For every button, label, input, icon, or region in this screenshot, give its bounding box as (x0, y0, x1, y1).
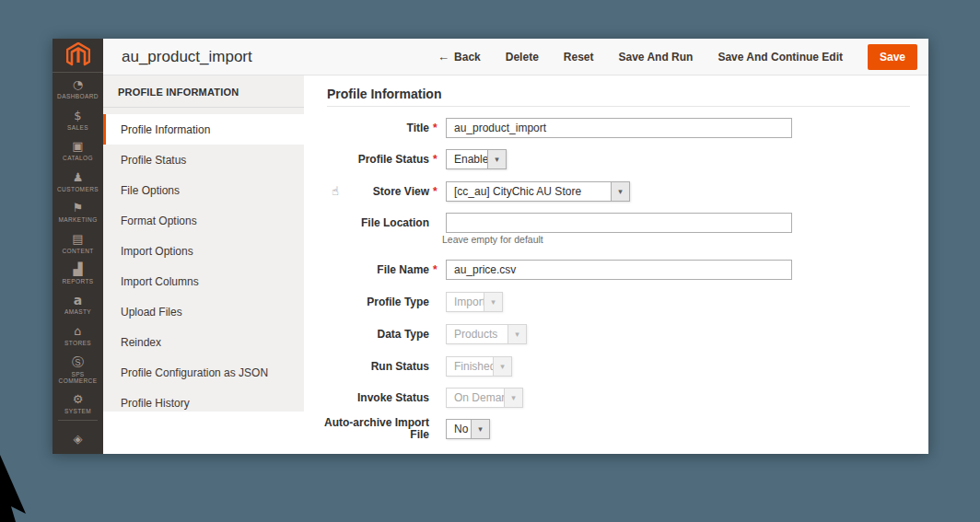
sidebar-item-dashboard[interactable]: ◔ Dashboard (52, 73, 103, 103)
screen-artifact (0, 453, 37, 522)
back-button[interactable]: ← Back (438, 50, 481, 64)
header-actions: ← Back Delete Reset Save And Run Save An… (438, 44, 928, 70)
subnav-header: PROFILE INFORMATION (103, 75, 304, 108)
sidebar-item-label: Sales (67, 124, 88, 131)
subnav-item-profile-history[interactable]: Profile History (103, 388, 304, 418)
dropdown-arrow-icon (508, 325, 526, 343)
sidebar-item-label: Reports (62, 278, 93, 284)
field-label: Invoke Status (304, 392, 429, 404)
sidebar-item-partners[interactable]: ◈ (52, 423, 103, 453)
save-and-run-button[interactable]: Save And Run (619, 51, 694, 64)
form-row: Invoke Status On Demand (304, 388, 928, 408)
sidebar-item-catalog[interactable]: ▣ Catalog (52, 134, 103, 165)
sidebar-item-label: Stores (64, 340, 91, 346)
form-row: Data Type Products (304, 324, 928, 344)
back-arrow-icon: ← (438, 50, 449, 64)
data-type-select: Products (446, 324, 527, 344)
profile-subnav: PROFILE INFORMATION Profile Information … (103, 75, 304, 412)
subnav-item-file-options[interactable]: File Options (103, 175, 304, 205)
content-icon: ▤ (72, 233, 83, 246)
sidebar-item-label: Customers (57, 186, 99, 192)
required-marker: * (433, 263, 440, 276)
store-view-select[interactable]: [cc_au] CityChic AU Store (446, 181, 630, 202)
subnav-item-import-options[interactable]: Import Options (103, 236, 304, 266)
subnav-item-upload-files[interactable]: Upload Files (103, 296, 304, 327)
stores-icon: ⌂ (74, 325, 81, 338)
section-divider (327, 106, 910, 107)
invoke-status-select: On Demand (446, 388, 523, 408)
sidebar-item-system[interactable]: ⚙ System (52, 388, 103, 418)
subnav-item-profile-configuration-as-json[interactable]: Profile Configuration as JSON (103, 357, 304, 388)
dropdown-arrow-icon (484, 293, 502, 311)
sidebar-item-content[interactable]: ▤ Content (52, 226, 103, 257)
field-label: Store View (304, 186, 429, 198)
delete-button[interactable]: Delete (506, 51, 539, 64)
sales-icon: $ (74, 110, 81, 122)
sidebar-item-marketing[interactable]: ⚑ Marketing (52, 196, 103, 226)
dropdown-arrow-icon (504, 389, 522, 407)
partners-cube-icon: ◈ (74, 433, 83, 446)
dropdown-arrow-icon[interactable] (487, 150, 506, 168)
field-label: Auto-archive Import File (304, 417, 429, 441)
field-label: Title (304, 122, 429, 134)
system-icon: ⚙ (73, 393, 84, 406)
sidebar-item-reports[interactable]: ▟ Reports (52, 258, 103, 288)
sidebar-item-stores[interactable]: ⌂ Stores (52, 319, 103, 350)
file-name-input[interactable] (446, 260, 792, 280)
form-row: File Name * (304, 260, 928, 280)
form-section-heading: Profile Information (327, 87, 441, 101)
dropdown-arrow-icon[interactable] (611, 182, 629, 201)
sps-commerce-icon: Ⓢ (72, 356, 84, 369)
reset-button[interactable]: Reset (564, 51, 594, 64)
form-row: Profile Status * Enabled (304, 149, 928, 169)
profile-type-select: Import (446, 292, 503, 312)
form-row: Run Status Finished (304, 356, 928, 377)
save-button[interactable]: Save (868, 44, 917, 70)
title-input[interactable] (446, 118, 792, 138)
sidebar-item-customers[interactable]: ♟ Customers (52, 165, 103, 195)
file-location-input[interactable] (446, 213, 792, 233)
subnav-item-import-columns[interactable]: Import Columns (103, 266, 304, 296)
profile-information-form: Profile Information Title * Profile Stat… (304, 75, 928, 454)
sidebar-divider (58, 420, 98, 421)
field-label: File Location (304, 217, 429, 229)
save-and-continue-edit-button[interactable]: Save And Continue Edit (718, 51, 843, 64)
magento-logo-icon[interactable] (52, 39, 103, 73)
page-title: au_product_import (103, 48, 252, 66)
catalog-icon: ▣ (72, 140, 83, 153)
sidebar-item-label: Marketing (58, 216, 97, 223)
subnav-item-profile-status[interactable]: Profile Status (103, 145, 304, 175)
form-row: File Location (304, 213, 928, 233)
admin-window: ◔ Dashboard $ Sales ▣ Catalog ♟ Customer… (52, 39, 928, 454)
file-location-note: Leave empty for default (442, 234, 543, 245)
sidebar-item-label: Catalog (63, 155, 93, 161)
amasty-icon: a (74, 294, 82, 307)
field-label: Data Type (304, 329, 429, 341)
sidebar-item-amasty[interactable]: a Amasty (52, 288, 103, 319)
profile-status-select[interactable]: Enabled (446, 149, 507, 169)
form-row: Profile Type Import (304, 292, 928, 312)
dropdown-arrow-icon (493, 357, 511, 376)
form-row: Title * (304, 118, 928, 138)
subnav-item-format-options[interactable]: Format Options (103, 205, 304, 236)
required-marker: * (433, 122, 440, 134)
sidebar-item-sales[interactable]: $ Sales (52, 104, 103, 134)
required-marker: * (433, 185, 440, 198)
subnav-item-reindex[interactable]: Reindex (103, 327, 304, 357)
field-label: Profile Type (304, 296, 429, 308)
reports-icon: ▟ (74, 263, 83, 276)
subnav-item-profile-information[interactable]: Profile Information (103, 114, 304, 145)
dashboard-icon: ◔ (73, 78, 83, 91)
dropdown-arrow-icon[interactable] (471, 420, 489, 438)
form-row: Store View * [cc_au] CityChic AU Store (304, 181, 928, 202)
page-header: au_product_import ← Back Delete Reset Sa… (103, 39, 928, 75)
sidebar-item-label: SPS Commerce (57, 371, 99, 384)
sidebar-item-label: Dashboard (57, 93, 99, 99)
required-marker: * (433, 153, 440, 166)
marketing-icon: ⚑ (73, 202, 84, 215)
sidebar-item-label: System (64, 408, 91, 414)
sidebar-item-sps-commerce[interactable]: Ⓢ SPS Commerce (52, 350, 103, 388)
sidebar: ◔ Dashboard $ Sales ▣ Catalog ♟ Customer… (52, 39, 103, 454)
sidebar-item-label: Amasty (64, 308, 91, 315)
auto-archive-select[interactable]: No (446, 419, 490, 439)
